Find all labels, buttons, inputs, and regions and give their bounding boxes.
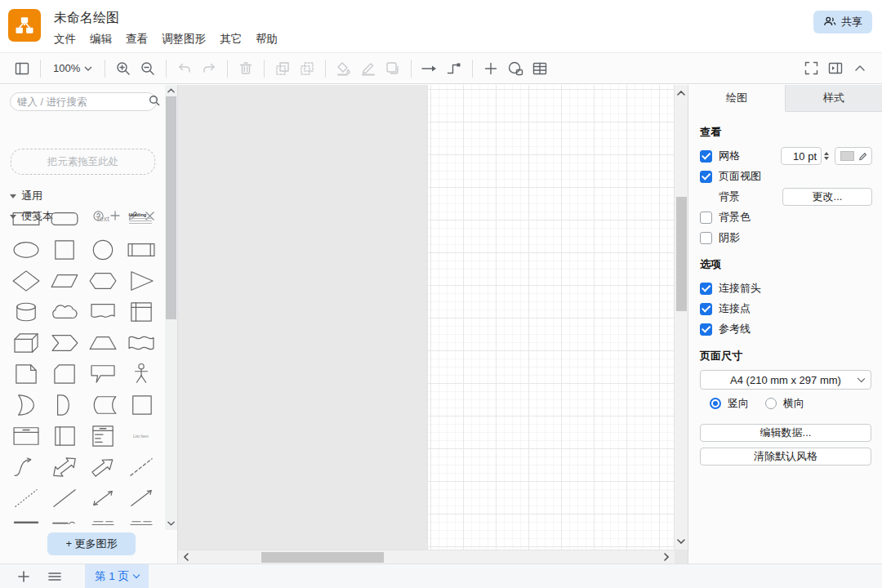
page-view-checkbox[interactable] xyxy=(700,171,712,183)
shape-dashed-line[interactable] xyxy=(122,452,160,483)
guides-checkbox[interactable] xyxy=(700,323,712,336)
shape-cloud[interactable] xyxy=(45,296,83,327)
shape-line[interactable] xyxy=(45,483,83,514)
connection-points-checkbox[interactable] xyxy=(700,303,712,315)
shape-list-item[interactable]: List Item xyxy=(122,421,160,452)
grid-color-button[interactable] xyxy=(835,147,872,165)
grid-checkbox[interactable] xyxy=(700,150,712,163)
shadow-checkbox[interactable] xyxy=(700,232,712,244)
menu-help[interactable]: 帮助 xyxy=(256,31,278,47)
portrait-radio[interactable] xyxy=(710,398,721,409)
edit-data-button[interactable]: 编辑数据... xyxy=(700,424,871,442)
shape-cube[interactable] xyxy=(7,327,45,359)
shape-process[interactable] xyxy=(122,234,160,265)
fullscreen-icon[interactable] xyxy=(799,57,823,80)
clear-default-style-button[interactable]: 清除默认风格 xyxy=(700,448,871,466)
shape-label-link-2[interactable] xyxy=(122,514,160,530)
shape-bidirectional-arrow[interactable] xyxy=(45,452,83,483)
shape-bidirectional-connector[interactable] xyxy=(83,483,122,514)
shape-list[interactable] xyxy=(83,421,122,452)
sidebar-scrollbar[interactable] xyxy=(165,85,177,530)
menu-view[interactable]: 查看 xyxy=(126,31,148,47)
shape-hexagon[interactable] xyxy=(83,265,122,296)
tab-diagram[interactable]: 绘图 xyxy=(688,85,786,112)
canvas-horizontal-scrollbar[interactable] xyxy=(178,550,675,564)
shape-text[interactable]: Text xyxy=(83,203,122,234)
shape-tape[interactable] xyxy=(122,327,160,359)
shape-container[interactable] xyxy=(122,390,160,421)
to-back-icon[interactable] xyxy=(295,57,319,80)
format-panel-toggle-icon[interactable] xyxy=(823,57,848,80)
landscape-radio[interactable] xyxy=(765,398,777,409)
shape-horizontal-line[interactable] xyxy=(7,514,45,530)
collapse-toolbar-icon[interactable] xyxy=(848,57,872,80)
shape-square[interactable] xyxy=(45,234,83,265)
shape-cylinder[interactable] xyxy=(7,296,45,327)
canvas[interactable] xyxy=(178,85,688,564)
scroll-left-icon[interactable] xyxy=(180,550,193,564)
tab-style[interactable]: 样式 xyxy=(786,85,882,112)
shape-vertical-container[interactable] xyxy=(45,421,83,452)
shape-arrow[interactable] xyxy=(83,452,122,483)
background-color-checkbox[interactable] xyxy=(700,212,712,224)
share-button[interactable]: 共享 xyxy=(813,11,872,33)
scroll-down-icon[interactable] xyxy=(165,518,177,529)
canvas-vscroll-thumb[interactable] xyxy=(676,197,687,311)
shape-textbox[interactable]: Heading xyxy=(122,203,160,234)
shape-step[interactable] xyxy=(45,327,83,359)
shape-or[interactable] xyxy=(7,390,45,421)
waypoint-connector-icon[interactable] xyxy=(442,57,466,80)
zoom-dropdown[interactable]: 100% xyxy=(47,57,99,80)
line-color-icon[interactable] xyxy=(356,57,381,80)
sidebar-scroll-thumb[interactable] xyxy=(166,96,176,319)
shape-internal-storage[interactable] xyxy=(122,296,160,327)
shape-label-link[interactable] xyxy=(83,514,122,530)
shape-curve[interactable] xyxy=(7,452,45,483)
redo-icon[interactable] xyxy=(197,57,221,80)
insert-plus-icon[interactable] xyxy=(479,57,503,80)
delete-icon[interactable] xyxy=(234,57,258,80)
fill-color-icon[interactable] xyxy=(332,57,356,80)
shape-triangle[interactable] xyxy=(122,265,160,296)
shape-document[interactable] xyxy=(83,296,122,327)
scroll-up-icon[interactable] xyxy=(165,85,177,96)
shape-and[interactable] xyxy=(45,390,83,421)
zoom-out-icon[interactable] xyxy=(136,57,160,80)
shape-rounded-rectangle[interactable] xyxy=(45,203,83,234)
shape-card[interactable] xyxy=(45,359,83,390)
shape-link[interactable] xyxy=(45,514,83,530)
to-front-icon[interactable] xyxy=(270,57,295,80)
shape-dotted-line[interactable] xyxy=(7,483,45,514)
scroll-right-icon[interactable] xyxy=(660,550,673,564)
shape-callout[interactable] xyxy=(83,359,122,390)
sidebar-toggle-icon[interactable] xyxy=(10,57,34,80)
shape-diamond[interactable] xyxy=(7,265,45,296)
add-page-icon[interactable] xyxy=(11,564,36,588)
shape-search[interactable] xyxy=(10,92,157,111)
menu-file[interactable]: 文件 xyxy=(54,31,76,47)
scroll-down-icon[interactable] xyxy=(675,535,688,548)
shape-directional-connector[interactable] xyxy=(122,483,160,514)
connection-arrow-icon[interactable] xyxy=(417,57,442,80)
page-tab[interactable]: 第 1 页 xyxy=(85,564,149,588)
change-background-button[interactable]: 更改... xyxy=(782,188,872,206)
insert-shape-icon[interactable] xyxy=(503,57,528,80)
shape-titled-container[interactable] xyxy=(7,421,45,452)
page-size-select[interactable]: A4 (210 mm x 297 mm) xyxy=(700,370,871,390)
drawing-page[interactable] xyxy=(427,85,675,550)
shape-actor[interactable] xyxy=(122,359,160,390)
search-input[interactable] xyxy=(17,96,149,108)
connection-arrows-checkbox[interactable] xyxy=(700,283,712,295)
more-shapes-button[interactable]: + 更多图形 xyxy=(47,532,136,555)
menu-extras[interactable]: 其它 xyxy=(220,31,242,47)
grid-size-stepper[interactable] xyxy=(824,152,829,160)
shape-trapezoid[interactable] xyxy=(83,327,122,359)
scratchpad-dropzone[interactable]: 把元素拖至此处 xyxy=(11,149,155,175)
general-header[interactable]: 通用 xyxy=(10,189,42,203)
shape-circle[interactable] xyxy=(83,234,122,265)
canvas-hscroll-thumb[interactable] xyxy=(261,552,384,563)
canvas-vertical-scrollbar[interactable] xyxy=(674,85,688,550)
shape-rectangle[interactable] xyxy=(7,203,45,234)
shadow-icon[interactable] xyxy=(381,57,405,80)
pages-menu-icon[interactable] xyxy=(42,564,67,588)
